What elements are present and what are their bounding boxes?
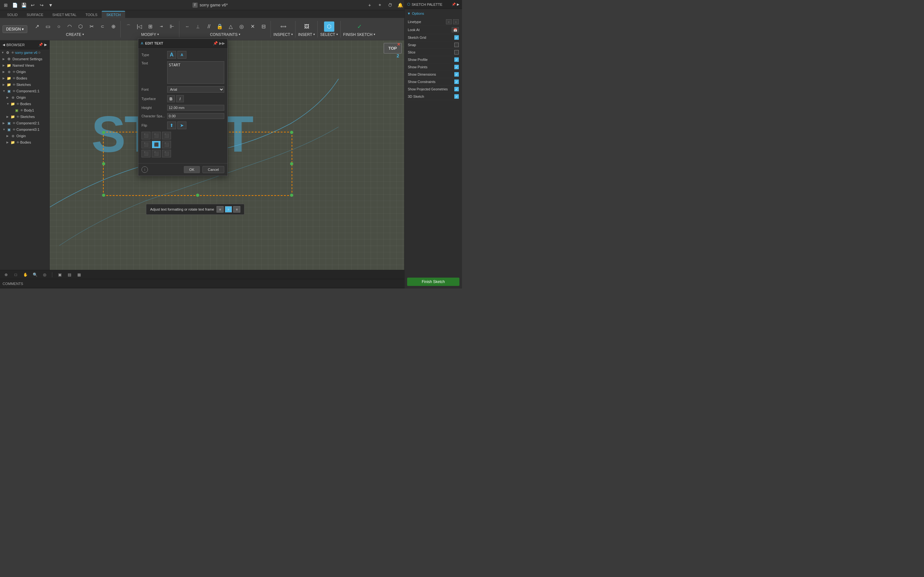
save-icon[interactable]: 💾 [21, 2, 27, 8]
finish-sketch-label[interactable]: FINISH SKETCH ▼ [343, 32, 376, 37]
cancel-btn[interactable]: Cancel [202, 166, 224, 173]
tree-item-comp3-origin[interactable]: ▶ ⊕ Origin [0, 133, 49, 139]
flip-horizontal-btn[interactable]: ➤ [178, 121, 186, 129]
circle-tool[interactable]: ○ [53, 21, 64, 32]
measure-tool[interactable]: ⟺ [278, 21, 288, 32]
sketch-grid-checkbox[interactable]: ✓ [454, 35, 459, 40]
design-dropdown[interactable]: DESIGN ▾ [3, 25, 27, 33]
more-constraints[interactable]: ✕ [247, 21, 258, 32]
tree-item-bodies[interactable]: ▶ 📁 👁 Bodies [0, 75, 49, 81]
browser-pin-icon[interactable]: 📌 [39, 43, 43, 47]
align-center-bot[interactable]: ⬛ [152, 150, 161, 157]
type-btn-large[interactable]: A [167, 51, 176, 59]
split-tool[interactable]: ⊩ [167, 21, 177, 32]
tree-item-sketches[interactable]: ▶ 📁 👁 Sketches [0, 81, 49, 88]
tree-item-root[interactable]: ▼ ⚙ 👁 sorry game v6 ⊙ [0, 49, 49, 56]
eye-bodies[interactable]: 👁 [13, 77, 16, 80]
3d-sketch-checkbox[interactable]: ✓ [454, 94, 459, 99]
web-icon[interactable]: ⌖ [376, 2, 383, 8]
show-points-checkbox[interactable]: ✓ [454, 65, 459, 69]
constraints-label[interactable]: CONSTRAINTS ▼ [210, 32, 241, 37]
align-center-mid[interactable]: ⬛ [152, 141, 161, 148]
mirror-tool[interactable]: |◁ [134, 21, 144, 32]
eye-comp1-bodies[interactable]: 👁 [16, 102, 19, 106]
show-profile-checkbox[interactable]: ✓ [454, 57, 459, 62]
offset-tool[interactable]: ⊂ [97, 21, 107, 32]
text-input[interactable]: START [167, 61, 224, 84]
status-coordinate-icon[interactable]: ⊕ [3, 271, 10, 278]
align-left-bot[interactable]: ⬛ [142, 150, 150, 157]
timer-icon[interactable]: ⏱ [387, 2, 393, 8]
pattern-tool[interactable]: ⊞ [145, 21, 155, 32]
eye-comp1-sketches[interactable]: 👁 [16, 115, 19, 119]
flip-vertical-btn[interactable]: ⬆ [167, 121, 176, 129]
tree-item-comp1-origin[interactable]: ▶ ⊕ Origin [0, 94, 49, 101]
palette-pin-icon[interactable]: 📌 [452, 3, 456, 6]
char-spacing-input[interactable] [167, 113, 224, 119]
eye-comp3[interactable]: 👁 [13, 128, 16, 131]
polygon-tool[interactable]: ⬡ [75, 21, 86, 32]
move-tool[interactable]: ⊕ [108, 21, 118, 32]
file-icon[interactable]: 📄 [11, 2, 18, 8]
show-dimensions-checkbox[interactable]: ✓ [454, 72, 459, 77]
modify-label[interactable]: MODIFY ▼ [141, 32, 160, 37]
tree-item-comp1-sketches[interactable]: ▶ 📁 👁 Sketches [0, 113, 49, 120]
app-grid-icon[interactable]: ⊞ [3, 2, 9, 8]
select-label[interactable]: SELECT ▼ [320, 32, 338, 37]
snap-checkbox[interactable] [454, 43, 459, 47]
eye-comp1[interactable]: 👁 [13, 89, 16, 93]
status-display-mode-3[interactable]: ▦ [75, 271, 82, 278]
concentric-constraint[interactable]: ◎ [236, 21, 247, 32]
sketch-dim-tool[interactable]: ↔ [182, 21, 192, 32]
finish-sketch-tool[interactable]: ✓ [354, 21, 365, 32]
palette-expand-icon[interactable]: ▶ [457, 3, 459, 6]
status-orbit-icon[interactable]: ◎ [41, 271, 48, 278]
finish-sketch-palette-btn[interactable]: Finish Sketch [407, 277, 459, 286]
trim-tool[interactable]: ✂ [86, 21, 97, 32]
status-pan-icon[interactable]: ✋ [22, 271, 29, 278]
tree-item-comp3-bodies[interactable]: ▶ 📁 👁 Bodies [0, 139, 49, 145]
dialog-pin-icon[interactable]: 📌 [213, 41, 218, 45]
tab-surface[interactable]: SURFACE [22, 11, 48, 18]
align-constraint[interactable]: ⊟ [258, 21, 268, 32]
align-center-top[interactable]: ⬛ [152, 132, 161, 139]
tree-item-origin[interactable]: ▶ ⊕ 👁 Origin [0, 69, 49, 75]
type-btn-small[interactable]: A [178, 51, 186, 59]
eye-origin[interactable]: 👁 [13, 70, 16, 74]
inspect-label[interactable]: INSPECT ▼ [273, 32, 293, 37]
extend-tool[interactable]: ⇥ [156, 21, 166, 32]
info-btn[interactable]: i [142, 166, 148, 173]
equal-constraint[interactable]: △ [226, 21, 236, 32]
eye-comp3-bodies[interactable]: 👁 [16, 141, 19, 144]
tooltip-align-left[interactable]: ≡ [216, 206, 224, 213]
align-left-mid[interactable]: ⬛ [142, 141, 150, 148]
arc-tool[interactable]: ◠ [65, 21, 75, 32]
tooltip-align-center[interactable]: ≡ [225, 206, 232, 213]
linetype-next[interactable]: › [453, 19, 459, 24]
tree-item-component3[interactable]: ▼ ▣ 👁 Component3:1 [0, 126, 49, 133]
tooltip-align-right[interactable]: ≡ [233, 206, 240, 213]
lock-constraint[interactable]: 🔒 [215, 21, 225, 32]
tree-item-doc-settings[interactable]: ▶ ⚙ Document Settings [0, 56, 49, 62]
eye-sketches[interactable]: 👁 [13, 83, 16, 87]
slice-checkbox[interactable] [454, 50, 459, 55]
canvas[interactable]: START Adjust text formatting or rotate t… [50, 40, 462, 270]
bell-icon[interactable]: 🔔 [397, 2, 404, 8]
create-label[interactable]: CREATE ▼ [66, 32, 84, 37]
tab-sketch[interactable]: SKETCH [102, 11, 125, 18]
undo-icon[interactable]: ↩ [29, 2, 36, 8]
tab-sheet-metal[interactable]: SHEET METAL [48, 11, 81, 18]
browser-collapse-icon[interactable]: ◀ [3, 43, 5, 47]
eye-body1[interactable]: 👁 [20, 109, 23, 112]
tree-item-body1[interactable]: ▣ 👁 Body1 [0, 107, 49, 113]
select-tool[interactable]: ⬡ [324, 21, 334, 32]
tree-item-named-views[interactable]: ▶ 📁 Named Views [0, 62, 49, 69]
eye-root[interactable]: 👁 [11, 51, 15, 55]
tab-tools[interactable]: TOOLS [81, 11, 102, 18]
align-left-top[interactable]: ⬛ [142, 132, 150, 139]
more-icon[interactable]: ▼ [47, 2, 54, 8]
insert-image-tool[interactable]: 🖼 [302, 21, 312, 32]
linetype-prev[interactable]: ‹ [446, 19, 452, 24]
ok-btn[interactable]: OK [184, 166, 200, 173]
show-constraints-checkbox[interactable]: ✓ [454, 79, 459, 84]
